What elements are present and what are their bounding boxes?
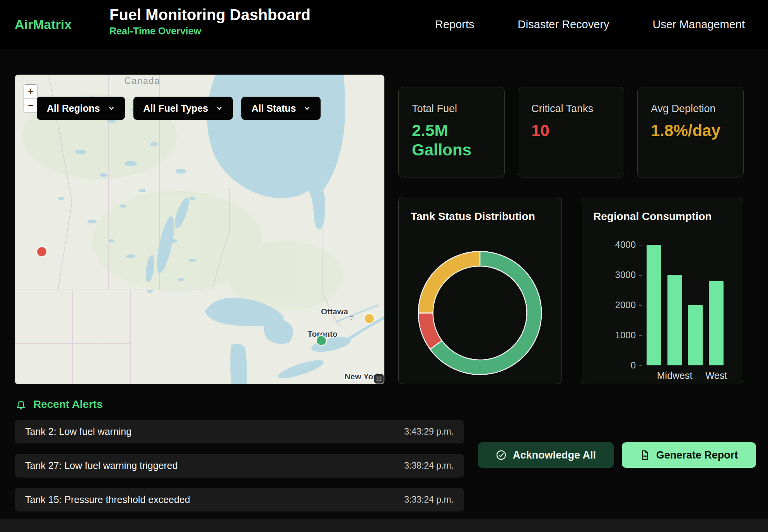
grip-dots-icon: [375, 375, 382, 382]
status-filter-value: All Status: [251, 103, 296, 114]
fuel-map[interactable]: Canada Ottawa Toronto New York + − All R…: [15, 75, 384, 384]
map-canvas: Canada Ottawa Toronto New York: [15, 75, 384, 384]
regional-consumption-chart-card: Regional Consumption 01000200030004000Mi…: [581, 197, 743, 384]
bottom-bar: [0, 519, 768, 532]
map-filter-bar: All Regions All Fuel Types All Status: [37, 97, 321, 120]
y-axis-tick-mark: [639, 245, 642, 246]
fuel-type-filter-value: All Fuel Types: [143, 103, 208, 114]
stat-label: Avg Depletion: [651, 103, 730, 115]
region-filter-dropdown[interactable]: All Regions: [37, 97, 125, 120]
fuel-monitoring-dashboard: AirMatrix Fuel Monitoring Dashboard Real…: [0, 0, 768, 532]
y-axis-tick-mark: [639, 365, 642, 366]
status-filter-dropdown[interactable]: All Status: [241, 97, 321, 120]
alerts-header: Recent Alerts: [15, 398, 102, 411]
nav-disaster-recovery[interactable]: Disaster Recovery: [518, 18, 609, 31]
region-filter-value: All Regions: [47, 103, 100, 114]
stat-label: Total Fuel: [412, 103, 491, 115]
check-circle-icon: [496, 450, 507, 460]
donut-segment-yellow: [418, 251, 480, 313]
consumption-bar-2: [688, 305, 703, 365]
map-label-canada: Canada: [125, 76, 160, 86]
y-axis-tick-label: 1000: [601, 331, 636, 340]
bell-icon: [15, 399, 26, 410]
map-attribution-toggle[interactable]: [374, 374, 384, 384]
chevron-down-icon: [108, 105, 115, 112]
y-axis-tick-label: 2000: [601, 300, 636, 310]
stat-card-critical-tanks: Critical Tanks 10: [518, 87, 624, 177]
tank-status-chart-card: Tank Status Distribution: [398, 197, 562, 384]
alert-row[interactable]: Tank 2: Low fuel warning 3:43:29 p.m.: [15, 420, 464, 443]
alert-message: Tank 2: Low fuel warning: [25, 426, 131, 437]
stat-value-total-fuel: 2.5M Gallons: [412, 121, 478, 159]
alert-row[interactable]: Tank 27: Low fuel warning triggered 3:38…: [15, 454, 464, 477]
page-title: Fuel Monitoring Dashboard: [109, 6, 311, 23]
tank-status-donut-chart: [399, 197, 561, 384]
y-axis-tick-label: 0: [601, 361, 636, 370]
y-axis-tick-label: 4000: [601, 240, 636, 249]
consumption-bar-1: [667, 275, 682, 365]
y-axis-tick-mark: [639, 275, 642, 276]
stat-value-avg-depletion: 1.8%/day: [651, 121, 717, 140]
stat-label: Critical Tanks: [531, 103, 611, 115]
zoom-in-button[interactable]: +: [24, 85, 38, 99]
y-axis-tick-mark: [639, 305, 642, 306]
alerts-title: Recent Alerts: [33, 398, 102, 411]
map-zoom-control: + −: [24, 84, 38, 113]
page-subtitle: Real-Time Overview: [109, 26, 311, 37]
alert-row[interactable]: Tank 15: Pressure threshold exceeded 3:3…: [15, 488, 464, 512]
nav-user-management[interactable]: User Management: [652, 18, 745, 31]
tank-map-marker[interactable]: [364, 314, 374, 324]
tank-map-marker[interactable]: [316, 336, 326, 346]
consumption-bar-0: [647, 245, 661, 365]
stat-value-critical-tanks: 10: [531, 121, 597, 140]
generate-report-button[interactable]: Generate Report: [622, 442, 756, 468]
generate-report-label: Generate Report: [656, 449, 738, 461]
map-label-ottawa: Ottawa: [321, 307, 348, 316]
tank-map-marker[interactable]: [37, 247, 47, 257]
y-axis-tick-mark: [639, 335, 642, 336]
alert-timestamp: 3:38:24 p.m.: [404, 460, 454, 471]
alert-timestamp: 3:43:29 p.m.: [404, 426, 454, 437]
nav-reports[interactable]: Reports: [435, 18, 474, 31]
alert-timestamp: 3:33:24 p.m.: [404, 494, 454, 505]
title-block: Fuel Monitoring Dashboard Real-Time Over…: [109, 6, 311, 37]
fuel-type-filter-dropdown[interactable]: All Fuel Types: [133, 97, 233, 120]
zoom-out-button[interactable]: −: [24, 99, 38, 113]
document-icon: [640, 450, 650, 460]
lake-michigan: [230, 344, 247, 384]
x-axis-tick-label: West: [689, 370, 743, 381]
alert-message: Tank 15: Pressure threshold exceeded: [25, 494, 190, 505]
chevron-down-icon: [304, 105, 311, 112]
ottawa-city-dot: [350, 316, 353, 319]
acknowledge-all-label: Acknowledge All: [513, 449, 596, 461]
consumption-bar-3: [709, 281, 724, 365]
main-nav: Reports Disaster Recovery User Managemen…: [435, 0, 745, 49]
alert-message: Tank 27: Low fuel warning triggered: [25, 460, 178, 471]
stat-card-avg-depletion: Avg Depletion 1.8%/day: [637, 87, 744, 177]
acknowledge-all-button[interactable]: Acknowledge All: [478, 442, 614, 468]
brand-logo[interactable]: AirMatrix: [15, 17, 72, 32]
alerts-list: Tank 2: Low fuel warning 3:43:29 p.m. Ta…: [15, 420, 464, 512]
header: AirMatrix Fuel Monitoring Dashboard Real…: [0, 0, 768, 49]
stat-card-total-fuel: Total Fuel 2.5M Gallons: [398, 87, 505, 177]
chevron-down-icon: [216, 105, 223, 112]
y-axis-tick-label: 3000: [601, 270, 636, 280]
regional-consumption-bar-chart: 01000200030004000MidwestWest: [581, 197, 743, 384]
